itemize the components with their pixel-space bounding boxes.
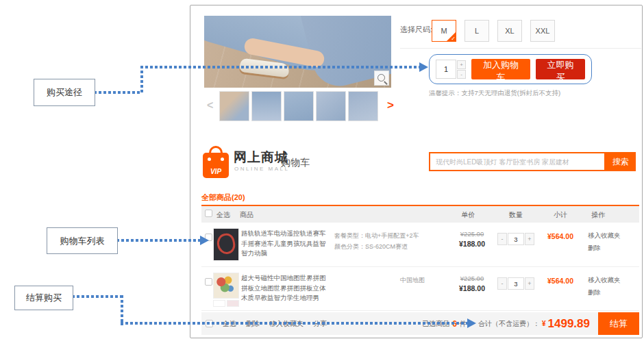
bag-eye [208, 158, 211, 161]
delete-link[interactable]: 删除 [588, 242, 621, 254]
total-amount: 1499.89 [548, 317, 590, 331]
quantity-increase-button[interactable]: + [457, 60, 466, 69]
thumbs-next-icon[interactable]: > [387, 99, 394, 112]
cart-item-row: 路轨轨道车电动遥控轨道赛车手摇赛道车儿童男孩玩具益智智力动脑 套餐类型：电动+手… [201, 223, 639, 267]
mall-logo-bag-icon: VIP [203, 146, 229, 178]
quantity-input[interactable] [508, 233, 524, 245]
section-divider [400, 48, 641, 49]
product-thumbnail[interactable] [284, 91, 314, 121]
size-option-xl[interactable]: XL [497, 20, 522, 42]
header-quantity: 数量 [509, 210, 523, 220]
product-thumbnail[interactable] [219, 91, 249, 121]
size-option-l[interactable]: L [465, 20, 489, 42]
annotation-cart-list: 购物车列表 [47, 227, 118, 254]
cart-item-row: 超大号磁性中国地图世界拼图拼板立地图世界拼图拼板立体木质早教益智力学生地理男 中… [201, 267, 639, 311]
item-checkbox[interactable] [205, 278, 212, 286]
product-main-image[interactable] [204, 16, 391, 88]
dotted-line [140, 66, 143, 94]
move-to-favorites-link[interactable]: 移入收藏夹 [588, 274, 621, 286]
dotted-line [94, 91, 140, 94]
check-icon: ✓ [451, 36, 456, 42]
dotted-line [140, 66, 420, 68]
item-image[interactable] [213, 228, 239, 261]
product-thumbnail[interactable] [348, 91, 378, 121]
checkout-button[interactable]: 结算 [598, 312, 639, 335]
logo-badge: VIP [203, 168, 229, 175]
header-actions: 操作 [591, 210, 605, 220]
buy-now-button[interactable]: 立即购买 [536, 59, 585, 79]
size-option-label: XXL [536, 27, 550, 35]
dotted-line [121, 295, 123, 325]
move-to-favorites-link[interactable]: 移入收藏夹 [588, 229, 621, 242]
annotation-purchase-path: 购买途径 [34, 79, 95, 106]
search-button[interactable]: 搜索 [606, 152, 636, 171]
bag-eye [221, 158, 224, 161]
page-title: 购物车 [281, 157, 310, 169]
item-subtotal: ¥564.00 [530, 277, 591, 285]
item-title[interactable]: 路轨轨道车电动遥控轨道赛车手摇赛道车儿童男孩玩具益智智力动脑 [241, 229, 332, 259]
thumbnail-strip [219, 91, 378, 121]
header-product: 商品 [240, 210, 253, 220]
currency-symbol: ¥ [542, 320, 546, 327]
thumbs-prev-icon[interactable]: < [207, 99, 213, 112]
return-policy-tip: 温馨提示：支持7天无理由退货(拆封后不支持) [429, 89, 560, 98]
product-thumbnail[interactable] [316, 91, 346, 121]
dotted-line [72, 295, 122, 298]
item-specs: 套餐类型：电动+手摇配置+2车 颜色分类：SS-620CM赛道 [334, 230, 438, 252]
main-panel: < > 选择尺码: M ✓ L XL XXL + - 加入购物车 立即购买 温馨… [190, 5, 643, 338]
quantity-input[interactable] [508, 277, 524, 290]
quantity-decrease-button[interactable]: - [497, 233, 507, 245]
header-select-all: 全选 [216, 210, 230, 220]
total-label: 合计（不含运费）： [478, 319, 540, 329]
arrow-head-icon [467, 318, 476, 328]
size-option-label: XL [505, 27, 514, 35]
item-subtotal: ¥564.00 [530, 232, 591, 240]
dotted-line [116, 239, 201, 242]
item-spec: 颜色分类：SS-620CM赛道 [334, 241, 438, 252]
arrow-head-icon [200, 236, 209, 245]
magnifier-icon[interactable] [374, 71, 389, 86]
cart-table-header: 全选 商品 单价 数量 小计 操作 [201, 206, 639, 223]
product-thumbnail[interactable] [251, 91, 282, 121]
size-option-label: L [475, 27, 479, 35]
quantity-stepper: + - [436, 60, 466, 79]
dotted-line [121, 322, 468, 325]
item-actions: 移入收藏夹 删除 [588, 274, 621, 299]
arrow-head-icon [419, 62, 428, 72]
header-subtotal: 小计 [554, 210, 567, 220]
quantity-decrease-button[interactable]: - [457, 70, 466, 79]
quantity-input[interactable] [436, 60, 456, 79]
search-input[interactable] [429, 152, 606, 171]
item-spec: 套餐类型：电动+手摇配置+2车 [334, 230, 438, 241]
item-title[interactable]: 超大号磁性中国地图世界拼图拼板立地图世界拼图拼板立体木质早教益智力学生地理男 [241, 273, 332, 303]
item-image-extra [213, 300, 239, 307]
header-unit-price: 单价 [461, 210, 475, 220]
size-options: M ✓ L XL XXL [432, 20, 555, 42]
size-label: 选择尺码: [400, 25, 432, 35]
annotation-checkout: 结算购买 [14, 286, 73, 310]
size-option-xxl[interactable]: XXL [530, 20, 555, 42]
mall-name: 网上商城 [234, 149, 288, 166]
quantity-decrease-button[interactable]: - [497, 277, 507, 290]
size-option-label: M [441, 27, 447, 35]
select-all-checkbox[interactable] [205, 210, 212, 217]
add-to-cart-button[interactable]: 加入购物车 [471, 59, 530, 79]
item-image[interactable] [213, 273, 239, 299]
item-actions: 移入收藏夹 删除 [588, 229, 621, 254]
size-option-m[interactable]: M ✓ [432, 20, 456, 42]
cart-section-title: 全部商品(20) [201, 192, 245, 203]
buy-action-group: + - 加入购物车 立即购买 [429, 54, 592, 84]
delete-link[interactable]: 删除 [588, 286, 621, 299]
